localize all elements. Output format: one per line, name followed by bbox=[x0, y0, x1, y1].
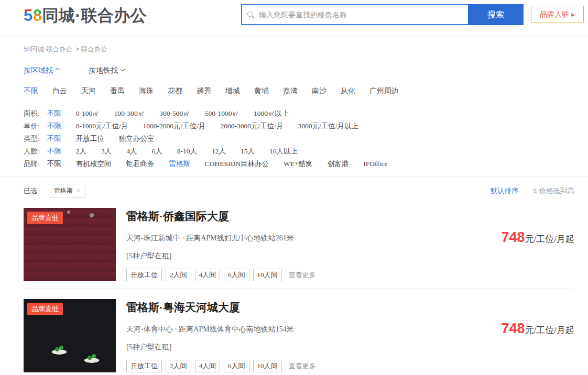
filter-option-0-3[interactable]: 300-500㎡ bbox=[159, 109, 190, 117]
filter-row-1: 单价:不限0-1000元/工位/月1000-2000元/工位/月2000-300… bbox=[24, 120, 574, 133]
room-type-tag-0[interactable]: 开放工位 bbox=[126, 360, 162, 372]
filter-option-0-0[interactable]: 不限 bbox=[47, 109, 61, 117]
listing-photo[interactable]: 品牌直驻 bbox=[24, 208, 116, 281]
price-number: 748 bbox=[501, 229, 525, 245]
logo-text: 同城·联合办公 bbox=[42, 6, 147, 25]
filter-row-2: 类型:不限开放工位独立办公室 bbox=[24, 133, 574, 145]
filter-option-0-1[interactable]: 0-100㎡ bbox=[76, 109, 100, 117]
sort-icon: ⇅ bbox=[532, 188, 537, 195]
brand-badge: 品牌直驻 bbox=[27, 303, 63, 315]
logo[interactable]: 58同城·联合办公 bbox=[24, 5, 147, 27]
filter-row-4: 品牌:不限有机核空间钜君商务雷格斯COHESION目林办公WE+酷窝创富港IFO… bbox=[24, 158, 574, 170]
close-icon[interactable]: × bbox=[77, 187, 80, 195]
filter-label: 类型: bbox=[24, 135, 40, 142]
district-option-10[interactable]: 南沙 bbox=[312, 86, 326, 95]
district-filter-row: 不限白云天河番禺海珠花都越秀增城黄埔荔湾南沙从化广州周边 bbox=[24, 86, 574, 96]
district-option-9[interactable]: 荔湾 bbox=[283, 86, 298, 95]
listing-card: 品牌直驻 雷格斯·粤海天河城大厦 天河-体育中心 · 距离APM线体育中心南地铁… bbox=[24, 289, 574, 375]
filter-option-0-5[interactable]: 1000㎡以上 bbox=[254, 109, 289, 117]
chip-label: 雷格斯 bbox=[54, 186, 73, 195]
view-more-link[interactable]: 查看更多 bbox=[289, 270, 316, 280]
filter-option-3-3[interactable]: 4人 bbox=[126, 147, 137, 155]
filter-option-3-1[interactable]: 2人 bbox=[76, 147, 86, 155]
district-option-8[interactable]: 黄埔 bbox=[254, 86, 269, 95]
filter-option-2-1[interactable]: 开放工位 bbox=[76, 135, 104, 142]
listing-info: 雷格斯·粤海天河城大厦 天河-体育中心 · 距离APM线体育中心南地铁站154米… bbox=[126, 299, 316, 372]
filter-option-1-3[interactable]: 2000-3000元/工位/月 bbox=[221, 122, 284, 130]
brand-join-label: 品牌入驻 bbox=[540, 10, 569, 19]
listing-location: 天河-体育中心 · 距离APM线体育中心南地铁站154米 bbox=[126, 325, 316, 334]
filter-option-1-0[interactable]: 不限 bbox=[47, 122, 61, 130]
district-option-1[interactable]: 白云 bbox=[52, 86, 67, 95]
brand-badge: 品牌直驻 bbox=[27, 212, 63, 224]
filter-rows: 面积:不限0-100㎡100-300㎡300-500㎡500-1000㎡1000… bbox=[24, 107, 574, 170]
district-option-12[interactable]: 广州周边 bbox=[369, 86, 399, 95]
district-option-6[interactable]: 越秀 bbox=[197, 86, 211, 95]
filter-option-1-4[interactable]: 3000元/工位/月以上 bbox=[298, 122, 359, 130]
room-type-tag-2[interactable]: 4人间 bbox=[195, 360, 221, 372]
filter-option-3-0[interactable]: 不限 bbox=[47, 147, 61, 155]
filter-option-1-2[interactable]: 1000-2000元/工位/月 bbox=[143, 122, 206, 130]
filter-label: 人数: bbox=[24, 147, 40, 155]
room-type-tags: 开放工位2人间4人间6人间10人间查看更多 bbox=[126, 360, 316, 372]
room-type-tag-0[interactable]: 开放工位 bbox=[126, 269, 162, 281]
district-option-4[interactable]: 海珠 bbox=[139, 86, 154, 95]
filter-option-1-1[interactable]: 0-1000元/工位/月 bbox=[76, 122, 128, 130]
search-bar: 搜索 bbox=[241, 4, 524, 25]
price-number: 748 bbox=[501, 321, 525, 336]
search-input[interactable] bbox=[241, 4, 468, 25]
filter-option-3-2[interactable]: 3人 bbox=[101, 147, 112, 155]
filter-option-4-7[interactable]: IFOffice bbox=[363, 160, 387, 168]
district-option-11[interactable]: 从化 bbox=[341, 86, 355, 95]
filter-option-0-4[interactable]: 500-1000㎡ bbox=[205, 109, 239, 117]
filter-option-3-4[interactable]: 6人 bbox=[152, 147, 162, 155]
sort-price-link[interactable]: 价格低到高 bbox=[539, 186, 575, 196]
filter-option-3-5[interactable]: 8-10人 bbox=[177, 147, 197, 155]
room-type-tag-3[interactable]: 6人间 bbox=[224, 269, 249, 281]
room-type-tag-1[interactable]: 2人间 bbox=[166, 360, 191, 372]
breadcrumb-root[interactable]: 58同城·联合办公 bbox=[24, 46, 72, 53]
filter-label: 单价: bbox=[24, 122, 40, 130]
room-type-tag-4[interactable]: 10人间 bbox=[253, 269, 282, 281]
filter-option-4-5[interactable]: WE+酷窝 bbox=[284, 160, 313, 168]
filter-option-4-1[interactable]: 有机核空间 bbox=[76, 160, 112, 168]
chevron-down-icon bbox=[121, 67, 125, 71]
search-icon bbox=[247, 12, 253, 17]
listing-photo[interactable]: 品牌直驻 bbox=[24, 299, 116, 372]
district-option-2[interactable]: 天河 bbox=[81, 86, 96, 95]
filter-option-3-7[interactable]: 15人 bbox=[241, 147, 255, 155]
filter-option-4-3[interactable]: 雷格斯 bbox=[169, 160, 190, 168]
view-more-link[interactable]: 查看更多 bbox=[289, 361, 316, 371]
listing-price: 748元/工位/月起 bbox=[501, 229, 574, 246]
room-type-tag-4[interactable]: 10人间 bbox=[253, 360, 282, 372]
tab-by-district[interactable]: 按区域找 bbox=[24, 66, 59, 74]
listing-availability: [5种户型在租] bbox=[126, 251, 316, 261]
listing-price: 748元/工位/月起 bbox=[501, 321, 574, 337]
filter-option-3-8[interactable]: 16人以上 bbox=[269, 147, 298, 155]
filter-option-4-2[interactable]: 钜君商务 bbox=[126, 160, 154, 168]
search-button[interactable]: 搜索 bbox=[468, 4, 524, 25]
listing-location: 天河-珠江新城中 · 距离APM线妇儿中心地铁站261米 bbox=[126, 234, 316, 243]
filter-option-4-6[interactable]: 创富港 bbox=[328, 160, 349, 168]
filter-option-3-6[interactable]: 12人 bbox=[212, 147, 226, 155]
room-type-tag-2[interactable]: 4人间 bbox=[195, 269, 221, 281]
tab-by-metro[interactable]: 按地铁找 bbox=[89, 66, 124, 74]
listing-title[interactable]: 雷格斯·粤海天河城大厦 bbox=[126, 300, 316, 315]
logo-8: 8 bbox=[33, 6, 42, 25]
district-option-5[interactable]: 花都 bbox=[168, 86, 182, 95]
filter-option-0-2[interactable]: 100-300㎡ bbox=[114, 109, 145, 117]
brand-join-button[interactable]: 品牌入驻 ▶ bbox=[531, 6, 584, 23]
filter-option-4-4[interactable]: COHESION目林办公 bbox=[205, 160, 269, 168]
room-type-tag-3[interactable]: 6人间 bbox=[224, 360, 249, 372]
filter-option-2-0[interactable]: 不限 bbox=[47, 135, 61, 142]
listing-title[interactable]: 雷格斯·侨鑫国际大厦 bbox=[126, 209, 316, 224]
district-option-3[interactable]: 番禺 bbox=[110, 86, 125, 95]
filter-option-4-0[interactable]: 不限 bbox=[47, 160, 61, 168]
selected-filter-chip[interactable]: 雷格斯× bbox=[49, 184, 85, 198]
district-option-0[interactable]: 不限 bbox=[24, 86, 38, 95]
district-option-7[interactable]: 增城 bbox=[225, 86, 240, 95]
sort-default-link[interactable]: 默认排序 bbox=[490, 186, 518, 196]
chevron-up-icon bbox=[56, 68, 60, 72]
filter-option-2-2[interactable]: 独立办公室 bbox=[119, 135, 155, 142]
room-type-tag-1[interactable]: 2人间 bbox=[166, 269, 191, 281]
